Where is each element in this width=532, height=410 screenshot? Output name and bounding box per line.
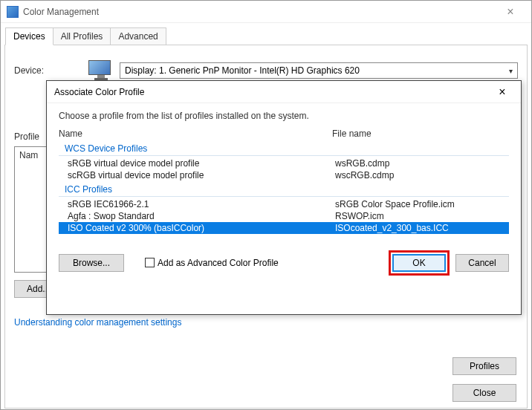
profiles-button[interactable]: Profiles: [452, 357, 516, 375]
browse-button[interactable]: Browse...: [59, 254, 124, 272]
profile-list-header: Name File name: [59, 127, 509, 140]
profile-file: RSWOP.icm: [335, 211, 509, 221]
window-title: Color Management: [23, 7, 496, 17]
tab-all-profiles[interactable]: All Profiles: [53, 27, 111, 45]
profile-file: wscRGB.cdmp: [335, 170, 509, 180]
close-button[interactable]: Close: [452, 384, 516, 402]
dialog-instruction: Choose a profile from the list of profil…: [59, 111, 509, 121]
dialog-body: Choose a profile from the list of profil…: [47, 103, 521, 284]
associate-color-profile-dialog: Associate Color Profile × Choose a profi…: [46, 80, 522, 315]
profile-file: ISOcoated_v2_300_bas.ICC: [335, 223, 509, 233]
profile-name: ISO Coated v2 300% (basICColor): [68, 223, 335, 233]
list-item[interactable]: Agfa : Swop Standard RSWOP.icm: [59, 210, 509, 222]
col-file-header[interactable]: File name: [332, 128, 509, 139]
ok-button[interactable]: OK: [392, 254, 446, 272]
dialog-title-bar: Associate Color Profile ×: [47, 81, 521, 103]
dialog-title: Associate Color Profile: [54, 87, 491, 97]
tab-strip: Devices All Profiles Advanced: [1, 23, 531, 45]
understanding-link[interactable]: Understanding color management settings: [14, 317, 181, 328]
dialog-button-row: Browse... Add as Advanced Color Profile …: [59, 250, 509, 276]
device-row: Device: Display: 1. Generic PnP Monitor …: [14, 60, 518, 81]
device-label: Device:: [14, 65, 88, 76]
profile-name: scRGB virtual device model profile: [68, 170, 335, 180]
list-item[interactable]: scRGB virtual device model profile wscRG…: [59, 169, 509, 181]
wcs-group-header: WCS Device Profiles: [65, 143, 509, 154]
chevron-down-icon: ▾: [509, 67, 513, 75]
list-item-selected[interactable]: ISO Coated v2 300% (basICColor) ISOcoate…: [59, 222, 509, 234]
profile-name: sRGB IEC61966-2.1: [68, 199, 335, 209]
main-title-bar: Color Management ×: [1, 1, 531, 23]
cancel-button[interactable]: Cancel: [455, 254, 509, 272]
ok-highlight: OK: [389, 250, 450, 276]
profile-file: sRGB Color Space Profile.icm: [335, 199, 509, 209]
col-name-header[interactable]: Name: [59, 128, 332, 139]
list-item[interactable]: sRGB virtual device model profile wsRGB.…: [59, 157, 509, 169]
monitor-icon: [88, 60, 114, 81]
app-icon: [7, 6, 19, 18]
close-icon[interactable]: ×: [496, 5, 525, 19]
device-select-value: Display: 1. Generic PnP Monitor - Intel(…: [125, 65, 360, 76]
profiles-col-name: Nam: [19, 150, 38, 160]
list-item[interactable]: sRGB IEC61966-2.1 sRGB Color Space Profi…: [59, 198, 509, 210]
profile-name: sRGB virtual device model profile: [68, 158, 335, 169]
checkbox-icon: [145, 258, 155, 267]
profile-name: Agfa : Swop Standard: [68, 211, 335, 221]
icc-group-header: ICC Profiles: [65, 184, 509, 195]
dialog-close-icon[interactable]: ×: [491, 85, 513, 99]
add-advanced-checkbox[interactable]: Add as Advanced Color Profile: [145, 258, 279, 268]
profiles-label: Profile: [14, 131, 39, 142]
profile-file: wsRGB.cdmp: [335, 158, 509, 169]
device-select[interactable]: Display: 1. Generic PnP Monitor - Intel(…: [120, 62, 518, 79]
add-advanced-label: Add as Advanced Color Profile: [158, 258, 279, 268]
tab-devices[interactable]: Devices: [5, 27, 53, 45]
tab-advanced[interactable]: Advanced: [110, 27, 166, 45]
